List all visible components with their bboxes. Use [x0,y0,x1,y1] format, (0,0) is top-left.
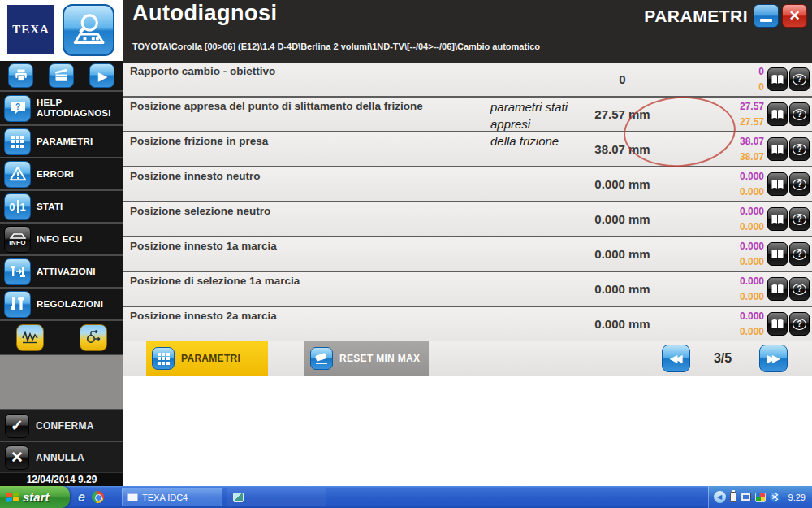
sidebar-item-attivazioni[interactable]: ATTIVAZIONI [0,256,123,289]
chrome-icon[interactable] [92,491,104,503]
activations-icon [4,258,31,285]
network-icon[interactable] [741,493,751,501]
next-page-button[interactable]: ▶▶ [759,345,788,372]
sidebar-item-errori[interactable]: ERRORI [0,158,123,191]
parameter-help-button[interactable]: ? [789,312,810,336]
manual-book-button[interactable] [767,172,788,196]
oscilloscope-button[interactable] [16,324,44,351]
parameter-label: Posizione selezione neutro [123,202,527,219]
reset-min-max-button[interactable]: RESET MIN MAX [304,341,429,376]
row-actions: ? [767,272,812,306]
eraser-icon [310,347,333,370]
check-glyph: ✓ [11,416,24,435]
sidebar-item-parametri[interactable]: PARAMETRI [0,126,123,158]
previous-page-button[interactable]: ◀◀ [662,345,690,372]
sidebar-item-label: HELP AUTODIAGNOSI [37,98,123,119]
sidebar-item-label: INFO ECU [37,234,83,245]
page-title: Autodiagnosi [132,1,277,26]
sidebar-item-regolazioni[interactable]: REGOLAZIONI [0,289,123,321]
bottom-toolbar: PARAMETRI RESET MIN MAX ◀◀ 3/5 ▶▶ [123,341,812,376]
task-label: TEXA IDC4 [142,493,188,502]
minimize-button[interactable] [754,4,779,28]
tray-app-icon[interactable] [755,493,766,502]
row-actions: ? [767,63,812,96]
parameter-value: 0.000 mm [527,202,718,236]
cross-glyph: ✕ [11,448,24,467]
sidebar-item-help-autodiagnosi[interactable]: ? HELP AUTODIAGNOSI [0,92,123,126]
manual-book-button[interactable] [767,242,788,266]
table-row: Rapporto cambio - obiettivo 0 0 0 ? [123,63,812,98]
vehicle-scan-icon [63,4,114,56]
manual-book-button[interactable] [767,312,788,336]
warning-icon [4,161,31,188]
parameter-min-value: 27.57 [740,116,764,128]
parameter-min-value: 0.000 [740,326,764,337]
parameter-min-value: 0.000 [740,256,764,267]
parameter-help-button[interactable]: ? [789,67,810,91]
row-actions: ? [767,98,812,131]
parameter-min-value: 38.07 [740,151,764,163]
parameter-help-button[interactable]: ? [789,207,810,231]
sidebar: ▶ ? HELP AUTODIAGNOSI PARAMETRI [0,61,123,486]
texa-logo: TEXA [7,5,54,54]
manual-book-button[interactable] [767,67,788,91]
question-icon: ? [793,179,806,190]
battery-icon[interactable] [730,492,736,502]
binary-icon: 01 [4,193,31,220]
parameter-help-button[interactable]: ? [789,242,810,266]
parameter-min-value: 0.000 [740,221,764,232]
parameter-minmax: 0.000 0.000 [718,167,767,201]
binary-one: 1 [20,201,26,213]
manual-book-button[interactable] [767,102,788,126]
question-icon: ? [793,144,806,155]
row-actions: ? [767,167,812,201]
table-row: Posizione appresa del punto di slittamen… [123,98,812,132]
parameter-help-button[interactable]: ? [789,172,810,196]
parameter-value: 27.57 mm [527,98,718,131]
internet-explorer-icon[interactable]: e [78,490,85,505]
print-button[interactable] [8,63,33,88]
start-button[interactable]: start [0,486,70,508]
taskbar-task-secondary[interactable] [227,488,326,506]
parameter-help-button[interactable]: ? [789,277,810,301]
annulla-button[interactable]: ✕ ANNULLA [0,441,123,472]
play-button[interactable]: ▶ [89,63,114,88]
manual-book-button[interactable] [767,277,788,301]
taskbar-task-texa-idc4[interactable]: TEXA IDC4 [122,488,222,506]
close-button[interactable]: ✕ [782,4,807,28]
manual-book-button[interactable] [767,137,788,161]
record-button[interactable] [49,63,74,88]
parameter-minmax: 27.57 27.57 [718,98,767,131]
question-icon: ? [793,249,806,260]
sidebar-item-info-ecu[interactable]: INFO INFO ECU [0,224,123,256]
bluetooth-icon[interactable] [770,492,781,503]
wiring-diagram-button[interactable] [80,324,107,351]
book-icon [771,109,784,120]
row-actions: ? [767,237,812,271]
double-left-arrow-icon: ◀◀ [670,353,680,364]
book-icon [771,284,784,295]
parameter-label: Posizione frizione in presa [123,132,527,150]
book-icon [771,214,784,225]
parameter-value: 38.07 mm [527,132,718,166]
tray-collapse-chevron-icon[interactable]: ◀ [714,491,726,503]
parameter-max-value: 0.000 [740,206,764,217]
question-icon: ? [793,284,806,295]
sidebar-toolbar: ▶ [0,61,123,92]
play-icon: ▶ [98,70,108,82]
parameter-min-value: 0.000 [740,291,764,302]
parametri-tab-button[interactable]: PARAMETRI [146,341,268,376]
sidebar-item-stati[interactable]: 01 STATI [0,191,123,224]
parameter-help-button[interactable]: ? [789,137,810,161]
logo-panel: TEXA [0,0,123,61]
parameter-value: 0.000 mm [527,237,718,271]
manual-book-button[interactable] [767,207,788,231]
parameter-value: 0.000 mm [527,307,718,341]
parameter-help-button[interactable]: ? [789,102,810,126]
question-icon: ? [793,74,806,85]
book-icon [771,249,784,260]
parameter-max-value: 27.57 [740,101,764,112]
book-icon [771,179,784,190]
window-controls: PARAMETRI ✕ [644,4,807,28]
conferma-button[interactable]: ✓ CONFERMA [0,409,123,441]
